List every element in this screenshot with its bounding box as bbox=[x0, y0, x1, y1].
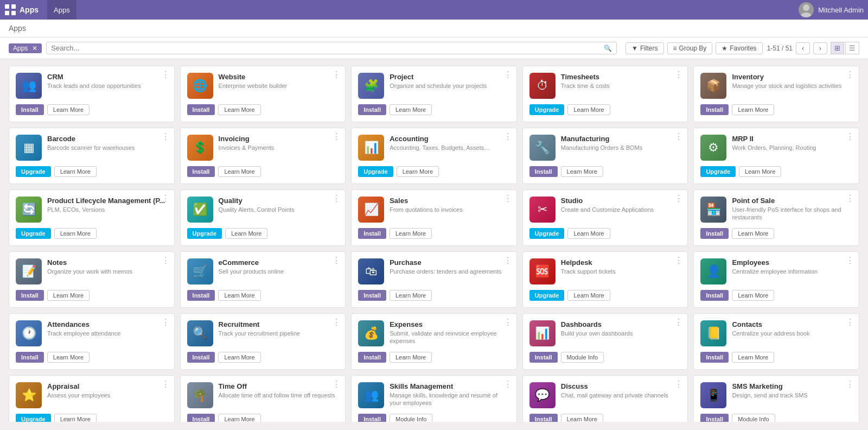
app-secondary-btn-mrpii[interactable]: Learn More bbox=[739, 166, 781, 177]
app-menu-expenses[interactable]: ⋮ bbox=[503, 318, 512, 327]
app-secondary-btn-pos[interactable]: Learn More bbox=[732, 228, 774, 239]
pagination-prev[interactable]: ‹ bbox=[796, 42, 810, 54]
app-secondary-btn-timesheets[interactable]: Learn More bbox=[567, 104, 610, 115]
app-secondary-btn-invoicing[interactable]: Learn More bbox=[218, 166, 260, 177]
app-primary-btn-pos[interactable]: Install bbox=[700, 228, 729, 239]
app-secondary-btn-expenses[interactable]: Learn More bbox=[390, 352, 432, 363]
app-menu-appraisal[interactable]: ⋮ bbox=[161, 380, 170, 389]
user-menu[interactable]: Mitchell Admin bbox=[799, 2, 864, 17]
app-secondary-btn-sms[interactable]: Module Info bbox=[732, 414, 775, 422]
filters-button[interactable]: ▼ Filters bbox=[626, 42, 664, 54]
app-primary-btn-purchase[interactable]: Install bbox=[358, 290, 386, 301]
app-secondary-btn-barcode[interactable]: Learn More bbox=[54, 166, 97, 177]
app-menu-manufacturing[interactable]: ⋮ bbox=[674, 132, 683, 141]
favorites-button[interactable]: ★ Favorites bbox=[716, 42, 762, 54]
app-secondary-btn-helpdesk[interactable]: Learn More bbox=[567, 290, 610, 301]
app-secondary-btn-ecommerce[interactable]: Learn More bbox=[218, 290, 260, 301]
app-primary-btn-skills[interactable]: Install bbox=[358, 414, 386, 422]
app-primary-btn-project[interactable]: Install bbox=[358, 104, 386, 115]
app-primary-btn-helpdesk[interactable]: Upgrade bbox=[529, 290, 565, 301]
app-menu-pos[interactable]: ⋮ bbox=[846, 194, 854, 203]
app-primary-btn-dashboards[interactable]: Install bbox=[529, 352, 558, 363]
app-menu-recruitment[interactable]: ⋮ bbox=[332, 318, 341, 327]
app-secondary-btn-dashboards[interactable]: Module Info bbox=[561, 352, 604, 363]
app-primary-btn-recruitment[interactable]: Install bbox=[187, 352, 215, 363]
app-menu-attendances[interactable]: ⋮ bbox=[161, 318, 170, 327]
list-view-button[interactable]: ☰ bbox=[845, 42, 859, 54]
app-secondary-btn-attendances[interactable]: Learn More bbox=[47, 352, 90, 363]
app-menu-inventory[interactable]: ⋮ bbox=[846, 71, 854, 79]
app-secondary-btn-contacts[interactable]: Learn More bbox=[732, 352, 774, 363]
app-menu-accounting[interactable]: ⋮ bbox=[503, 132, 512, 141]
app-secondary-btn-discuss[interactable]: Learn More bbox=[561, 414, 603, 422]
app-secondary-btn-appraisal[interactable]: Learn More bbox=[54, 414, 97, 422]
app-primary-btn-sms[interactable]: Install bbox=[700, 414, 729, 422]
app-menu-dashboards[interactable]: ⋮ bbox=[674, 318, 683, 327]
filter-tag-close[interactable]: ✕ bbox=[32, 45, 37, 52]
app-menu-barcode[interactable]: ⋮ bbox=[161, 132, 170, 141]
app-menu-project[interactable]: ⋮ bbox=[503, 71, 512, 79]
pagination-next[interactable]: › bbox=[813, 42, 827, 54]
app-primary-btn-expenses[interactable]: Install bbox=[358, 352, 386, 363]
app-primary-btn-studio[interactable]: Upgrade bbox=[529, 228, 565, 239]
app-menu-timesheets[interactable]: ⋮ bbox=[674, 71, 683, 79]
filter-tag[interactable]: Apps ✕ bbox=[9, 43, 42, 53]
app-menu-invoicing[interactable]: ⋮ bbox=[332, 132, 341, 141]
app-primary-btn-timeoff[interactable]: Install bbox=[187, 414, 215, 422]
app-menu-purchase[interactable]: ⋮ bbox=[503, 256, 512, 265]
app-primary-btn-ecommerce[interactable]: Install bbox=[187, 290, 215, 301]
app-primary-btn-discuss[interactable]: Install bbox=[529, 414, 558, 422]
app-menu-crm[interactable]: ⋮ bbox=[161, 71, 170, 79]
app-menu-notes[interactable]: ⋮ bbox=[161, 256, 170, 265]
app-menu-mrpii[interactable]: ⋮ bbox=[846, 132, 854, 141]
app-menu-employees[interactable]: ⋮ bbox=[846, 256, 854, 265]
app-secondary-btn-notes[interactable]: Learn More bbox=[47, 290, 90, 301]
app-secondary-btn-skills[interactable]: Module Info bbox=[390, 414, 432, 422]
app-primary-btn-website[interactable]: Install bbox=[187, 104, 215, 115]
app-secondary-btn-accounting[interactable]: Learn More bbox=[397, 166, 439, 177]
app-primary-btn-invoicing[interactable]: Install bbox=[187, 166, 215, 177]
app-logo[interactable]: Apps bbox=[4, 4, 39, 16]
app-primary-btn-sales[interactable]: Install bbox=[358, 228, 386, 239]
app-menu-ecommerce[interactable]: ⋮ bbox=[332, 256, 341, 265]
app-secondary-btn-purchase[interactable]: Learn More bbox=[390, 290, 432, 301]
app-primary-btn-mrpii[interactable]: Upgrade bbox=[700, 166, 736, 177]
app-menu-timeoff[interactable]: ⋮ bbox=[332, 380, 341, 389]
search-input[interactable] bbox=[51, 44, 604, 52]
app-secondary-btn-timeoff[interactable]: Learn More bbox=[218, 414, 260, 422]
app-secondary-btn-plm[interactable]: Learn More bbox=[54, 228, 97, 239]
app-menu-sales[interactable]: ⋮ bbox=[503, 194, 512, 203]
app-primary-btn-attendances[interactable]: Install bbox=[16, 352, 44, 363]
app-menu-skills[interactable]: ⋮ bbox=[503, 380, 512, 389]
app-secondary-btn-quality[interactable]: Learn More bbox=[225, 228, 267, 239]
app-primary-btn-barcode[interactable]: Upgrade bbox=[16, 166, 51, 177]
app-primary-btn-inventory[interactable]: Install bbox=[700, 104, 729, 115]
app-primary-btn-accounting[interactable]: Upgrade bbox=[358, 166, 393, 177]
app-menu-sms[interactable]: ⋮ bbox=[846, 380, 854, 389]
app-secondary-btn-manufacturing[interactable]: Learn More bbox=[561, 166, 603, 177]
app-primary-btn-contacts[interactable]: Install bbox=[700, 352, 729, 363]
app-secondary-btn-employees[interactable]: Learn More bbox=[732, 290, 774, 301]
app-menu-studio[interactable]: ⋮ bbox=[674, 194, 683, 203]
groupby-button[interactable]: ≡ Group By bbox=[667, 42, 713, 54]
app-primary-btn-notes[interactable]: Install bbox=[16, 290, 44, 301]
app-primary-btn-manufacturing[interactable]: Install bbox=[529, 166, 558, 177]
app-menu-website[interactable]: ⋮ bbox=[332, 71, 341, 79]
app-menu-plm[interactable]: ⋮ bbox=[161, 194, 170, 203]
app-secondary-btn-studio[interactable]: Learn More bbox=[567, 228, 610, 239]
app-primary-btn-employees[interactable]: Install bbox=[700, 290, 729, 301]
app-secondary-btn-website[interactable]: Learn More bbox=[218, 104, 260, 115]
nav-item-apps[interactable]: Apps bbox=[47, 0, 76, 20]
app-primary-btn-quality[interactable]: Upgrade bbox=[187, 228, 222, 239]
app-menu-contacts[interactable]: ⋮ bbox=[846, 318, 854, 327]
app-secondary-btn-project[interactable]: Learn More bbox=[390, 104, 432, 115]
app-primary-btn-plm[interactable]: Upgrade bbox=[16, 228, 51, 239]
app-menu-discuss[interactable]: ⋮ bbox=[674, 380, 683, 389]
grid-view-button[interactable]: ⊞ bbox=[831, 42, 844, 54]
app-menu-helpdesk[interactable]: ⋮ bbox=[674, 256, 683, 265]
app-primary-btn-crm[interactable]: Install bbox=[16, 104, 44, 115]
app-secondary-btn-sales[interactable]: Learn More bbox=[390, 228, 432, 239]
app-primary-btn-timesheets[interactable]: Upgrade bbox=[529, 104, 565, 115]
app-primary-btn-appraisal[interactable]: Upgrade bbox=[16, 414, 51, 422]
app-secondary-btn-inventory[interactable]: Learn More bbox=[732, 104, 774, 115]
